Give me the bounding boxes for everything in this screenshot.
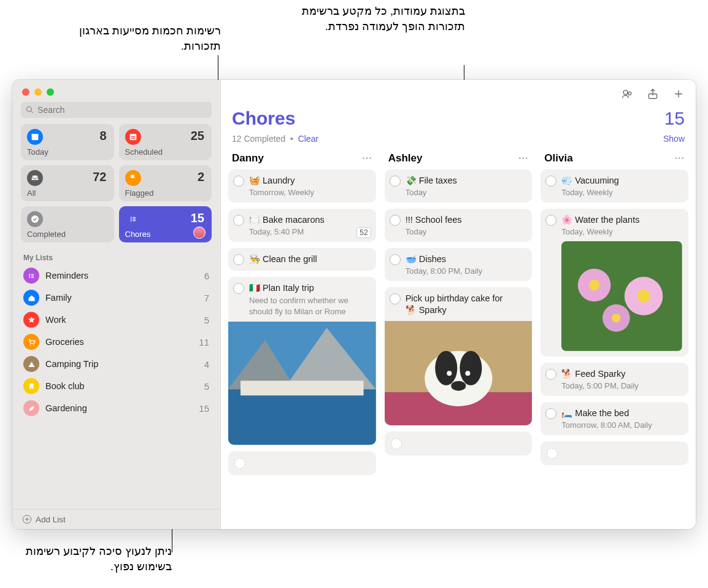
smart-list-completed[interactable]: Completed	[21, 206, 114, 242]
svg-point-31	[589, 280, 600, 291]
reminder-note: Need to confirm whether we should fly to…	[249, 295, 370, 317]
cart-icon	[23, 334, 39, 350]
list-name: Groceries	[45, 337, 199, 347]
complete-toggle[interactable]	[233, 254, 244, 265]
reminder-subtitle: Today	[406, 227, 526, 236]
list-item-reminders[interactable]: Reminders 6	[12, 265, 220, 287]
smart-list-all[interactable]: 72 All	[21, 165, 114, 201]
complete-toggle[interactable]	[390, 215, 401, 226]
reminder-title: 🐕 Feed Sparky	[561, 368, 682, 380]
list-item-work[interactable]: Work 5	[12, 309, 220, 331]
plus-circle-icon	[22, 514, 32, 524]
column-header: Olivia ···	[541, 150, 688, 169]
list-name: Family	[45, 293, 204, 303]
search-field[interactable]	[21, 102, 212, 118]
reminder-card[interactable]: !!! School fees Today	[385, 209, 533, 242]
complete-toggle[interactable]	[390, 254, 401, 265]
reminder-card[interactable]: 🐕 Feed Sparky Today, 5:00 PM, Daily	[541, 363, 688, 396]
reminder-card[interactable]: 🌸 Water the plants Today, Weekly	[541, 209, 688, 357]
column-more-button[interactable]: ···	[675, 153, 685, 164]
star-icon	[23, 312, 39, 328]
zoom-window-button[interactable]	[47, 88, 54, 96]
svg-point-5	[130, 219, 131, 220]
complete-toggle[interactable]	[545, 408, 556, 419]
svg-point-8	[29, 275, 30, 276]
svg-point-6	[130, 220, 131, 222]
reminder-card[interactable]: 💸 File taxes Today	[385, 169, 533, 203]
reminder-card[interactable]: 🍽️ Bake macarons Today, 5:40 PM 52	[228, 209, 376, 242]
check-icon	[27, 211, 43, 227]
reminder-image	[385, 321, 533, 425]
reminder-title: 🥣 Dishes	[406, 253, 526, 265]
list-item-camping-trip[interactable]: Camping Trip 4	[12, 353, 220, 375]
svg-point-13	[623, 90, 628, 95]
reminder-card[interactable]: 🥣 Dishes Today, 8:00 PM, Daily	[385, 248, 533, 281]
svg-rect-2	[129, 134, 136, 140]
add-reminder-icon[interactable]	[672, 88, 685, 100]
reminder-card[interactable]: 🛏️ Make the bed Tomorrow, 8:00 AM, Daily	[541, 402, 688, 435]
leaf-icon	[23, 400, 39, 416]
reminder-subtitle: Today, Weekly	[561, 188, 682, 197]
reminder-card[interactable]: 👨‍🍳 Clean the grill	[228, 248, 376, 271]
search-input[interactable]	[37, 105, 207, 115]
list-name: Book club	[45, 381, 204, 391]
reminder-card[interactable]: 💨 Vacuuming Today, Weekly	[541, 169, 688, 203]
smart-list-chores[interactable]: 15 Chores	[119, 206, 212, 242]
complete-toggle[interactable]	[545, 369, 556, 380]
reminder-title: 🇮🇹 Plan Italy trip	[249, 282, 370, 294]
smart-list-flagged[interactable]: 2 Flagged	[119, 165, 212, 201]
column-more-button[interactable]: ···	[518, 153, 528, 164]
complete-toggle[interactable]	[545, 176, 556, 187]
complete-toggle[interactable]	[233, 283, 244, 294]
clear-completed-button[interactable]: Clear	[298, 134, 318, 144]
svg-point-14	[628, 92, 631, 95]
svg-point-28	[465, 371, 470, 376]
list-item-family[interactable]: Family 7	[12, 287, 220, 309]
tray-icon	[27, 170, 43, 186]
list-item-groceries[interactable]: Groceries 11	[12, 331, 220, 353]
svg-point-33	[637, 290, 650, 303]
show-completed-button[interactable]: Show	[663, 134, 685, 144]
reminder-title: 🌸 Water the plants	[561, 214, 682, 226]
reminder-subtitle: Today	[406, 188, 526, 197]
reminder-card[interactable]: 🧺 Laundry Tomorrow, Weekly	[228, 169, 376, 203]
reminder-card[interactable]: 🇮🇹 Plan Italy trip Need to confirm wheth…	[228, 277, 376, 445]
flag-icon	[125, 170, 141, 186]
list-count: 7	[204, 293, 209, 303]
add-reminder-placeholder[interactable]	[228, 451, 376, 475]
share-icon[interactable]	[647, 88, 659, 100]
collaborate-icon[interactable]	[621, 88, 633, 100]
svg-point-3	[31, 215, 39, 223]
complete-toggle[interactable]	[390, 293, 401, 304]
complete-toggle[interactable]	[233, 176, 244, 187]
add-reminder-placeholder[interactable]	[541, 441, 688, 465]
close-window-button[interactable]	[22, 88, 29, 96]
column-more-button[interactable]: ···	[362, 153, 372, 164]
complete-toggle[interactable]	[233, 215, 244, 226]
list-item-book-club[interactable]: Book club 5	[12, 375, 220, 397]
complete-toggle[interactable]	[545, 215, 556, 226]
reminder-card[interactable]: Pick up birthday cake for 🐕 Sparky	[385, 287, 533, 425]
column-ashley: Ashley ··· 💸 File taxes Today !!! School…	[385, 150, 533, 529]
add-list-button[interactable]: Add List	[12, 509, 220, 529]
smart-count: 8	[99, 129, 106, 143]
column-header: Ashley ···	[385, 150, 533, 169]
add-reminder-placeholder[interactable]	[385, 431, 533, 455]
list-name: Work	[45, 315, 204, 325]
columns-container: Danny ··· 🧺 Laundry Tomorrow, Weekly 🍽️ …	[221, 150, 696, 529]
minimize-window-button[interactable]	[34, 88, 42, 96]
list-item-gardening[interactable]: Gardening 15	[12, 397, 220, 419]
reminder-title: Pick up birthday cake for 🐕 Sparky	[406, 293, 526, 316]
smart-list-today[interactable]: 8 Today	[21, 124, 114, 160]
svg-point-25	[460, 350, 482, 385]
lists-container: Reminders 6 Family 7 Work 5 Groceries 11…	[12, 265, 220, 509]
smart-count: 15	[191, 211, 204, 225]
sidebar: 8 Today 25 Scheduled 72 All 2 Flagged Co…	[12, 80, 221, 529]
reminder-image	[228, 322, 376, 445]
column-header: Danny ···	[228, 150, 376, 169]
svg-point-27	[447, 371, 452, 376]
svg-point-4	[130, 217, 131, 218]
list-count: 11	[199, 337, 209, 347]
smart-list-scheduled[interactable]: 25 Scheduled	[119, 124, 212, 160]
complete-toggle[interactable]	[390, 176, 401, 187]
